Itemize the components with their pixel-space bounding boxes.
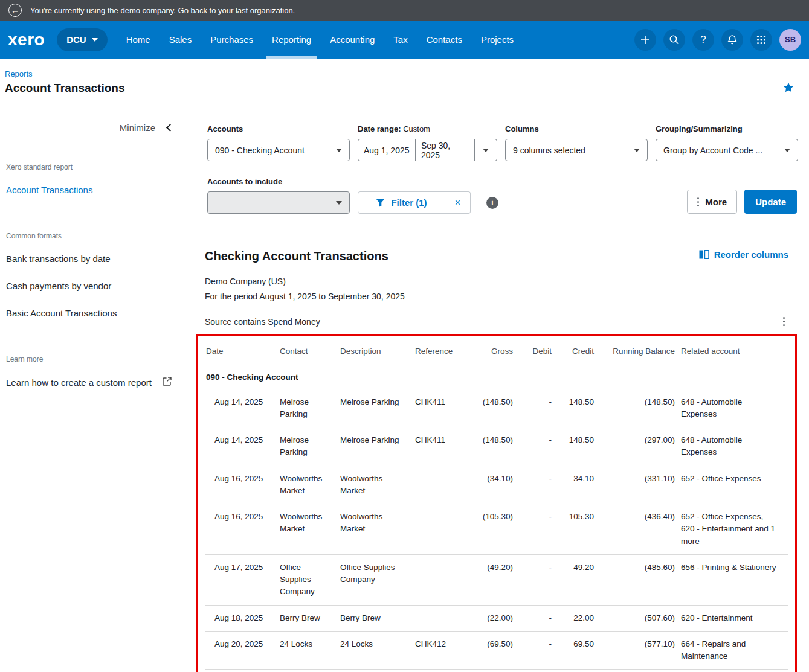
- sidebar-item-bank-transactions-by-date[interactable]: Bank transactions by date: [6, 254, 182, 264]
- nav-item-contacts[interactable]: Contacts: [421, 21, 468, 59]
- sidebar-item-basic-account-transactions[interactable]: Basic Account Transactions: [6, 308, 182, 318]
- top-navigation: xero DCU HomeSalesPurchasesReportingAcco…: [0, 21, 809, 59]
- contact-cell: Melrose Parking: [280, 434, 334, 459]
- apps-button[interactable]: [750, 29, 772, 51]
- sidebar-item-cash-payments-by-vendor[interactable]: Cash payments by vendor: [6, 281, 182, 291]
- accounts-select[interactable]: 090 - Checking Account: [207, 139, 350, 161]
- sidebar-item-learn-how-to-create-a-custom-report[interactable]: Learn how to create a custom report: [6, 377, 182, 388]
- date-range-mode: Custom: [403, 124, 430, 133]
- chevron-left-icon[interactable]: [166, 124, 174, 132]
- nav-item-accounting[interactable]: Accounting: [324, 21, 380, 59]
- date-to-field[interactable]: Sep 30, 2025: [415, 139, 475, 161]
- column-header-date: Date: [206, 345, 274, 357]
- description-cell: Office Supplies Company: [340, 562, 409, 586]
- description-cell: 24 Locks: [340, 638, 409, 650]
- columns-select[interactable]: 9 columns selected: [505, 139, 648, 161]
- grouping-select[interactable]: Group by Account Code ...: [656, 139, 798, 161]
- chevron-down-icon: [336, 201, 342, 205]
- contact-cell: Melrose Parking: [280, 396, 334, 421]
- nav-item-home[interactable]: Home: [121, 21, 156, 59]
- chevron-down-icon: [92, 38, 98, 42]
- table-row[interactable]: Aug 16, 2025Woolworths MarketWoolworths …: [205, 504, 788, 555]
- reference-cell: CHK411: [415, 434, 471, 446]
- report-title: Checking Account Transactions: [205, 249, 388, 263]
- notifications-button[interactable]: [721, 29, 743, 51]
- sidebar-section-heading: Learn more: [6, 355, 182, 363]
- clear-filter-button[interactable]: ×: [445, 191, 471, 214]
- sidebar-section-common-formats: Common formatsBank transactions by dateC…: [0, 216, 189, 339]
- description-cell: Berry Brew: [340, 612, 409, 624]
- reorder-columns-link[interactable]: Reorder columns: [699, 249, 788, 260]
- table-row[interactable]: Aug 20, 202524 Locks24 LocksCHK412(69.50…: [205, 670, 788, 672]
- report-filters: Accounts 090 - Checking Account Date ran…: [189, 109, 809, 232]
- rows-in-red-box: Aug 14, 2025Melrose ParkingMelrose Parki…: [205, 389, 788, 672]
- back-arrow-icon[interactable]: ←: [8, 4, 22, 17]
- org-switcher[interactable]: DCU: [57, 28, 108, 51]
- date-from-field[interactable]: Aug 1, 2025: [358, 139, 416, 161]
- related-account-cell: 652 - Office Expenses: [681, 473, 778, 485]
- report-sidebar: Minimize Xero standard reportAccount Tra…: [0, 109, 189, 450]
- credit-cell: 105.30: [558, 511, 594, 523]
- table-row[interactable]: Aug 16, 2025Woolworths MarketWoolworths …: [205, 466, 788, 505]
- org-name: DCU: [66, 34, 86, 45]
- grouping-label: Grouping/Summarizing: [656, 124, 798, 133]
- contact-cell: Woolworths Market: [280, 473, 334, 498]
- sidebar-section-xero-standard-report: Xero standard reportAccount Transactions: [0, 147, 189, 216]
- contact-cell: Office Supplies Company: [280, 562, 334, 598]
- nav-item-reporting[interactable]: Reporting: [266, 21, 317, 59]
- bell-icon: [727, 34, 738, 45]
- date-cell: Aug 14, 2025: [206, 434, 274, 446]
- avatar[interactable]: SB: [779, 29, 801, 51]
- gross-cell: (22.00): [477, 612, 513, 624]
- accounts-include-select[interactable]: [207, 191, 350, 214]
- minimize-label[interactable]: Minimize: [120, 123, 155, 133]
- grid-icon: [756, 35, 766, 45]
- update-button[interactable]: Update: [744, 190, 797, 214]
- info-icon[interactable]: i: [486, 197, 498, 209]
- filter-button[interactable]: Filter (1): [358, 191, 445, 214]
- description-cell: Melrose Parking: [340, 434, 409, 446]
- add-button[interactable]: [634, 29, 656, 51]
- favorite-star-icon[interactable]: [782, 82, 794, 96]
- filter-button-label: Filter (1): [391, 197, 427, 208]
- breadcrumb[interactable]: Reports: [5, 69, 794, 78]
- table-row[interactable]: Aug 14, 2025Melrose ParkingMelrose Parki…: [205, 427, 788, 466]
- more-button[interactable]: More: [687, 190, 737, 214]
- related-account-cell: 648 - Automobile Expenses: [681, 396, 778, 421]
- chevron-down-icon: [634, 149, 640, 152]
- date-range-dropdown[interactable]: [474, 139, 497, 161]
- sidebar-minimize[interactable]: Minimize: [0, 109, 189, 147]
- search-button[interactable]: [663, 29, 685, 51]
- gross-cell: (49.20): [477, 562, 513, 574]
- reference-cell: CHK411: [415, 396, 471, 408]
- column-header-description: Description: [340, 345, 409, 357]
- table-row[interactable]: Aug 20, 202524 Locks24 LocksCHK412(69.50…: [205, 632, 788, 670]
- table-row[interactable]: Aug 18, 2025Berry BrewBerry Brew(22.00)-…: [205, 606, 788, 632]
- xero-logo[interactable]: xero: [8, 30, 45, 50]
- demo-banner-text[interactable]: You're currently using the demo company.…: [30, 6, 295, 15]
- sidebar-item-account-transactions[interactable]: Account Transactions: [6, 185, 182, 195]
- contact-cell: 24 Locks: [280, 638, 334, 650]
- sidebar-item-label: Learn how to create a custom report: [6, 377, 152, 388]
- chevron-down-icon: [784, 149, 790, 152]
- nav-item-projects[interactable]: Projects: [475, 21, 519, 59]
- date-cell: Aug 16, 2025: [206, 473, 274, 485]
- gross-cell: (69.50): [477, 638, 513, 650]
- contact-cell: Woolworths Market: [280, 511, 334, 536]
- report-menu-kebab-icon[interactable]: [779, 316, 788, 327]
- credit-cell: 22.00: [558, 612, 594, 624]
- table-row[interactable]: Aug 14, 2025Melrose ParkingMelrose Parki…: [205, 389, 788, 428]
- credit-cell: 148.50: [558, 396, 594, 408]
- nav-item-sales[interactable]: Sales: [164, 21, 198, 59]
- nav-item-purchases[interactable]: Purchases: [205, 21, 259, 59]
- contact-cell: Berry Brew: [280, 612, 334, 624]
- column-header-debit: Debit: [519, 345, 552, 357]
- table-row[interactable]: Aug 17, 2025Office Supplies CompanyOffic…: [205, 555, 788, 606]
- column-header-running-balance: Running Balance: [600, 345, 675, 357]
- grouping-select-value: Group by Account Code ...: [663, 146, 762, 155]
- debit-cell: -: [519, 638, 552, 650]
- kebab-icon: [697, 197, 699, 206]
- nav-item-tax[interactable]: Tax: [388, 21, 413, 59]
- help-button[interactable]: ?: [692, 29, 714, 51]
- running-balance-cell: (485.60): [600, 562, 675, 574]
